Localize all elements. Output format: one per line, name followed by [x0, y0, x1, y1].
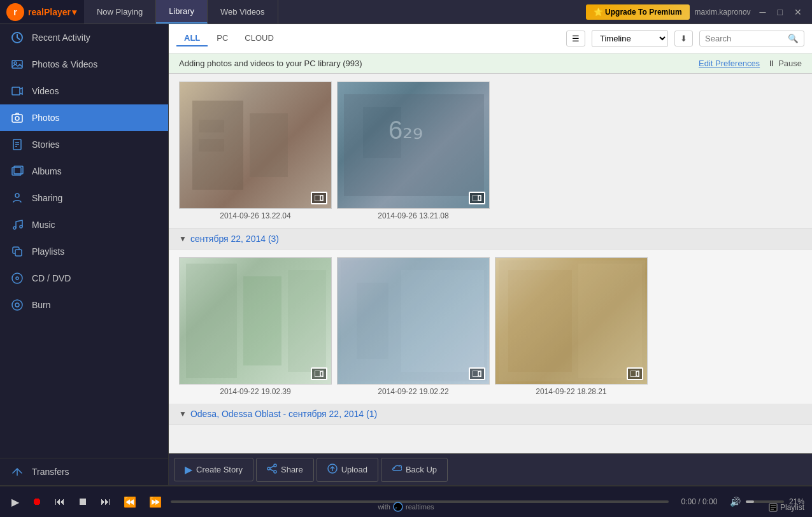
title-bar: r realPlayer ▾ Now Playing Library Web V…	[0, 0, 812, 24]
sidebar-item-photos[interactable]: Photos	[0, 104, 168, 131]
player-bar: ▶ ⏺ ⏮ ⏹ ⏭ ⏪ ⏩ 0:00 / 0:00 🔊 21% with r r…	[0, 485, 812, 517]
filter-all[interactable]: ALL	[176, 31, 208, 46]
svg-point-18	[16, 277, 18, 280]
filter-pc[interactable]: PC	[209, 31, 236, 46]
logo-dropdown-icon[interactable]: ▾	[71, 7, 78, 17]
list-item[interactable]: 2014-09-26 13.22.04	[179, 81, 332, 220]
svg-point-20	[15, 303, 19, 307]
hamburger-icon: ☰	[572, 34, 580, 43]
content-scroll[interactable]: Adding photos and videos to your PC libr…	[169, 53, 812, 453]
maximize-button[interactable]: □	[774, 6, 787, 18]
create-story-icon: ▶	[185, 464, 192, 476]
record-button[interactable]: ⏺	[28, 495, 46, 509]
play-button[interactable]: ▶	[8, 495, 23, 509]
edit-preferences-link[interactable]: Edit Preferences	[699, 59, 760, 68]
svg-rect-36	[357, 283, 388, 359]
group-header-sep22[interactable]: ▼ сентября 22, 2014 (3)	[169, 229, 812, 250]
list-item[interactable]: 2014-09-22 18.28.21	[495, 257, 648, 396]
svg-rect-30	[473, 195, 478, 201]
svg-rect-33	[288, 270, 326, 372]
backup-button[interactable]: Back Up	[381, 458, 448, 482]
search-input[interactable]	[705, 34, 788, 43]
music-icon	[10, 218, 24, 232]
sidebar-item-photos-videos[interactable]: Photos & Videos	[0, 51, 168, 78]
group-header-label: Odesa, Odessa Oblast - сентября 22, 2014…	[190, 409, 377, 419]
close-button[interactable]: ✕	[790, 6, 806, 18]
logo-icon: r	[6, 3, 24, 21]
search-button[interactable]: 🔍	[788, 34, 799, 43]
stories-icon	[10, 138, 24, 152]
timeline-select[interactable]: Timeline	[592, 30, 668, 47]
transfers-label: Transfers	[32, 467, 69, 477]
content-toolbar: ALL PC CLOUD ☰ Timeline ⬇	[169, 24, 812, 53]
cd-dvd-icon	[10, 271, 24, 285]
realtimes-logo: with r realtimes	[378, 502, 434, 512]
sidebar-transfers: Transfers	[0, 458, 168, 485]
videos-label: Videos	[32, 86, 59, 96]
photo-thumbnail[interactable]	[495, 257, 648, 385]
prev-button[interactable]: ⏮	[51, 495, 69, 509]
photo-thumbnail[interactable]	[179, 81, 332, 209]
share-icon	[267, 464, 277, 476]
svg-rect-16	[15, 250, 22, 256]
playlists-icon	[10, 244, 24, 258]
playlist-button[interactable]: Playlist	[769, 503, 804, 512]
fast-forward-button[interactable]: ⏩	[145, 495, 166, 509]
photo-date: 2014-09-26 13.22.04	[220, 211, 290, 220]
pause-button[interactable]: ⏸ Pause	[767, 59, 802, 68]
download-button[interactable]: ⬇	[674, 31, 693, 46]
tab-library[interactable]: Library	[156, 0, 208, 24]
svg-rect-23	[250, 113, 288, 177]
sidebar-item-transfers[interactable]: Transfers	[0, 458, 168, 485]
sidebar-item-albums[interactable]: Albums	[0, 158, 168, 185]
playlist-icon	[769, 503, 778, 512]
photo-thumbnail[interactable]	[337, 257, 490, 385]
sidebar-item-stories[interactable]: Stories	[0, 131, 168, 158]
window-controls: ─ □ ✕	[756, 6, 806, 18]
tab-web-videos[interactable]: Web Videos	[208, 0, 278, 24]
minimize-button[interactable]: ─	[756, 6, 770, 18]
list-item[interactable]: 6₂₉ 2014-09-26 13.21.08	[337, 81, 490, 220]
video-icon	[10, 84, 24, 98]
list-item[interactable]: 2014-09-22 19.02.22	[337, 257, 490, 396]
playlists-label: Playlists	[32, 246, 64, 257]
photo-thumbnail[interactable]: 6₂₉	[337, 81, 490, 209]
video-indicator-icon	[627, 367, 643, 380]
svg-rect-3	[12, 87, 20, 95]
svg-point-17	[12, 273, 22, 283]
sidebar-item-burn[interactable]: Burn	[0, 292, 168, 318]
burn-label: Burn	[32, 300, 51, 310]
collapse-icon: ▼	[179, 409, 187, 418]
upload-button[interactable]: Upload	[317, 458, 378, 482]
sidebar-item-music[interactable]: Music	[0, 211, 168, 238]
next-button[interactable]: ⏭	[97, 495, 115, 509]
share-button[interactable]: Share	[256, 458, 314, 482]
group-header-odesa[interactable]: ▼ Odesa, Odessa Oblast - сентября 22, 20…	[169, 404, 812, 425]
upgrade-button[interactable]: ⭐ Upgrade To Premium	[586, 4, 690, 20]
svg-point-5	[15, 117, 19, 120]
sidebar-item-playlists[interactable]: Playlists	[0, 238, 168, 265]
list-item[interactable]: 2014-09-22 19.02.39	[179, 257, 332, 396]
username-label: maxim.kapronov	[695, 8, 751, 17]
photo-thumbnail[interactable]	[179, 257, 332, 385]
create-story-button[interactable]: ▶ Create Story	[174, 458, 253, 481]
rewind-button[interactable]: ⏪	[120, 495, 140, 509]
sidebar-item-videos[interactable]: Videos	[0, 78, 168, 104]
volume-fill	[746, 500, 754, 503]
filter-cloud[interactable]: CLOUD	[237, 31, 281, 46]
menu-button[interactable]: ☰	[566, 31, 585, 46]
title-bar-right: ⭐ Upgrade To Premium maxim.kapronov ─ □ …	[580, 4, 812, 20]
video-indicator-icon	[469, 192, 485, 204]
recent-activity-label: Recent Activity	[32, 32, 90, 43]
svg-rect-38	[473, 371, 478, 377]
sidebar-item-sharing[interactable]: Sharing	[0, 185, 168, 211]
tab-now-playing[interactable]: Now Playing	[84, 0, 156, 24]
filter-tabs: ALL PC CLOUD	[176, 31, 281, 46]
svg-rect-40	[508, 270, 572, 372]
stop-button[interactable]: ⏹	[74, 495, 92, 509]
svg-rect-31	[186, 264, 237, 378]
sidebar-item-recent-activity[interactable]: Recent Activity	[0, 24, 168, 51]
volume-icon: 🔊	[730, 497, 741, 507]
sidebar-item-cd-dvd[interactable]: CD / DVD	[0, 265, 168, 292]
action-bar: ▶ Create Story Share	[169, 453, 812, 485]
